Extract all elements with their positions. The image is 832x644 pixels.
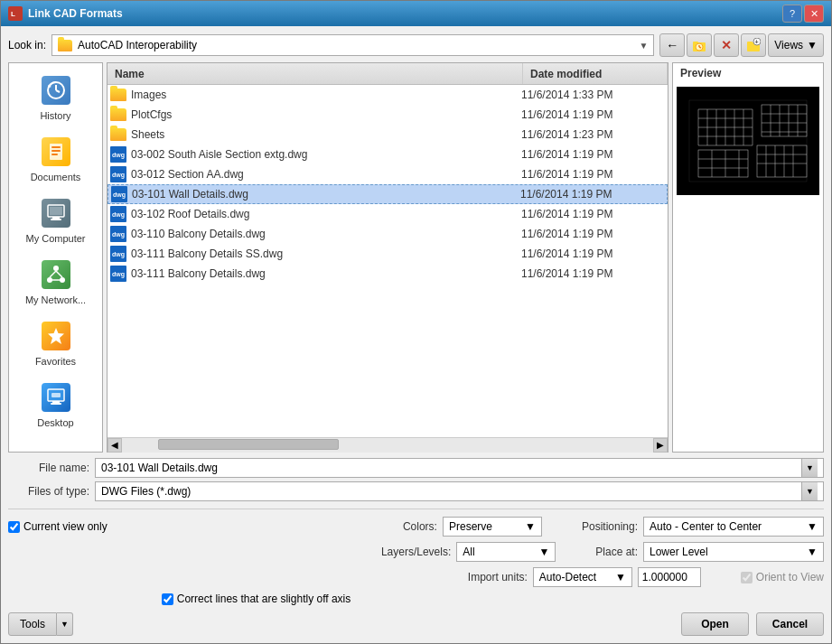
views-button[interactable]: Views ▼ [768, 33, 824, 57]
options-area: Current view only Colors: Preserve ▼ Pos… [8, 509, 824, 605]
views-label: Views [774, 39, 803, 51]
tools-button[interactable]: Tools [8, 612, 57, 636]
look-in-value: AutoCAD Interoperability [78, 39, 197, 51]
files-type-dropdown-icon[interactable]: ▼ [801, 482, 818, 500]
folder-icon [109, 106, 127, 124]
file-name-dropdown-icon[interactable]: ▼ [801, 459, 818, 477]
dwg-file-icon: dwg [109, 225, 127, 243]
col-header-name[interactable]: Name [108, 63, 523, 84]
bottom-buttons: Tools ▼ Open Cancel [8, 612, 824, 636]
sidebar-item-desktop[interactable]: Desktop [9, 374, 102, 435]
layers-combo[interactable]: All ▼ [456, 542, 556, 562]
file-row[interactable]: dwg03-110 Balcony Details.dwg11/6/2014 1… [108, 224, 668, 244]
file-row[interactable]: PlotCfgs11/6/2014 1:19 PM [108, 105, 668, 125]
tools-dropdown-icon[interactable]: ▼ [57, 612, 73, 636]
recent-folder-button[interactable] [687, 33, 712, 57]
orient-to-view-checkbox[interactable] [741, 572, 753, 583]
file-row-name: 03-012 Section AA.dwg [131, 168, 521, 181]
layers-dropdown-icon[interactable]: ▼ [538, 546, 549, 558]
delete-button[interactable]: ✕ [714, 33, 739, 57]
place-at-combo[interactable]: Lower Level ▼ [643, 542, 824, 562]
svg-rect-8 [747, 42, 753, 44]
dialog-body: Look in: AutoCAD Interoperability ▼ ← [1, 26, 831, 643]
sidebar-desktop-label: Desktop [37, 417, 73, 428]
horizontal-scrollbar[interactable]: ◀ ▶ [108, 437, 668, 452]
look-in-combo[interactable]: AutoCAD Interoperability ▼ [51, 34, 654, 56]
svg-rect-19 [50, 207, 62, 215]
svg-rect-31 [51, 393, 61, 397]
files-type-combo[interactable]: DWG Files (*.dwg) ▼ [95, 481, 824, 501]
import-units-scale-input[interactable]: 1.000000 [638, 567, 701, 587]
svg-rect-20 [52, 217, 60, 219]
correct-lines-checkbox[interactable] [162, 593, 173, 605]
options-row-4: Correct lines that are slightly off axis [8, 593, 824, 605]
colors-dropdown-icon[interactable]: ▼ [525, 520, 536, 533]
options-row-1: Current view only Colors: Preserve ▼ Pos… [8, 517, 824, 537]
col-header-date[interactable]: Date modified [523, 63, 668, 84]
computer-icon [40, 197, 72, 229]
file-name-input[interactable]: 03-101 Wall Details.dwg ▼ [95, 458, 824, 478]
scroll-thumb[interactable] [158, 439, 339, 450]
svg-rect-15 [51, 146, 61, 148]
positioning-dropdown-icon[interactable]: ▼ [807, 520, 818, 533]
positioning-group: Positioning: Auto - Center to Center ▼ [582, 517, 824, 537]
window-title: Link CAD Formats [28, 7, 782, 20]
back-button[interactable]: ← [659, 33, 685, 57]
scroll-right-arrow[interactable]: ▶ [653, 438, 668, 453]
file-row[interactable]: dwg03-111 Balcony Details.dwg11/6/2014 1… [108, 264, 668, 284]
title-bar: L Link CAD Formats ? ✕ [1, 1, 831, 26]
combo-dropdown-arrow-icon[interactable]: ▼ [639, 41, 648, 51]
scroll-left-arrow[interactable]: ◀ [108, 438, 122, 453]
file-row[interactable]: dwg03-002 South Aisle Section extg.dwg11… [108, 145, 668, 164]
import-units-combo[interactable]: Auto-Detect ▼ [533, 567, 632, 587]
file-row-date: 11/6/2014 1:19 PM [521, 267, 666, 280]
current-view-only-label[interactable]: Current view only [23, 520, 108, 533]
file-row-name: Images [131, 89, 521, 101]
sidebar-item-favorites[interactable]: Favorites [9, 313, 102, 374]
sidebar-item-my-network[interactable]: My Network... [9, 251, 102, 313]
tools-btn-group: Tools ▼ [8, 612, 73, 636]
options-row-2: Layers/Levels: All ▼ Place at: Lower Lev… [8, 542, 824, 562]
layers-group: Layers/Levels: All ▼ [381, 542, 556, 562]
sidebar-item-history[interactable]: History [9, 67, 102, 128]
file-row-date: 11/6/2014 1:19 PM [521, 108, 666, 121]
help-button[interactable]: ? [782, 5, 802, 23]
file-row-name: 03-111 Balcony Details SS.dwg [131, 247, 521, 260]
colors-combo[interactable]: Preserve ▼ [443, 517, 542, 537]
file-row[interactable]: Images11/6/2014 1:33 PM [108, 85, 668, 105]
look-in-label: Look in: [8, 39, 46, 51]
place-at-group: Place at: Lower Level ▼ [595, 542, 824, 562]
cancel-button[interactable]: Cancel [756, 612, 824, 636]
new-folder-button[interactable]: + [741, 33, 766, 57]
svg-point-22 [53, 266, 59, 271]
sidebar-computer-label: My Computer [25, 233, 85, 244]
close-button[interactable]: ✕ [804, 5, 824, 23]
file-row[interactable]: Sheets11/6/2014 1:23 PM [108, 125, 668, 145]
folder-icon [109, 126, 127, 144]
file-row-date: 11/6/2014 1:19 PM [521, 168, 666, 181]
positioning-value: Auto - Center to Center [650, 520, 762, 533]
dwg-file-icon: dwg [109, 205, 127, 223]
scroll-track[interactable] [122, 438, 653, 453]
current-view-only-checkbox[interactable] [8, 521, 20, 533]
svg-rect-61 [757, 145, 807, 177]
svg-rect-33 [51, 403, 61, 405]
place-at-dropdown-icon[interactable]: ▼ [807, 546, 818, 558]
file-row[interactable]: dwg03-102 Roof Details.dwg11/6/2014 1:19… [108, 204, 668, 224]
sidebar: History [8, 62, 103, 453]
file-row-date: 11/6/2014 1:33 PM [521, 89, 666, 101]
file-list-body[interactable]: Images11/6/2014 1:33 PMPlotCfgs11/6/2014… [108, 85, 668, 437]
file-row[interactable]: dwg03-101 Wall Details.dwg11/6/2014 1:19… [108, 184, 668, 204]
open-button[interactable]: Open [681, 612, 749, 636]
file-row[interactable]: dwg03-012 Section AA.dwg11/6/2014 1:19 P… [108, 164, 668, 184]
sidebar-item-my-computer[interactable]: My Computer [9, 190, 102, 251]
import-units-dropdown-icon[interactable]: ▼ [615, 571, 626, 583]
file-row[interactable]: dwg03-111 Balcony Details SS.dwg11/6/201… [108, 244, 668, 264]
file-row-name: 03-111 Balcony Details.dwg [131, 267, 521, 280]
positioning-combo[interactable]: Auto - Center to Center ▼ [643, 517, 824, 537]
sidebar-item-documents[interactable]: Documents [9, 128, 102, 190]
orient-to-view-label[interactable]: Orient to View [756, 571, 824, 583]
correct-lines-label[interactable]: Correct lines that are slightly off axis [177, 593, 351, 605]
svg-line-6 [699, 47, 701, 48]
options-row-3: Import units: Auto-Detect ▼ 1.000000 [8, 567, 824, 587]
